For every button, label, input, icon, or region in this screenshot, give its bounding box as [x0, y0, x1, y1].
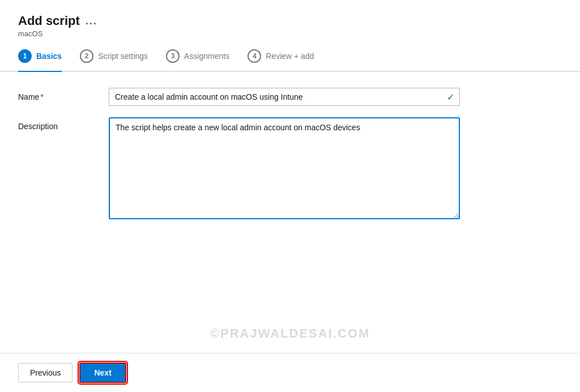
- footer: Previous Next: [0, 353, 580, 392]
- name-input[interactable]: [109, 88, 460, 106]
- page-subtitle: macOS: [18, 29, 562, 38]
- previous-button[interactable]: Previous: [18, 363, 72, 382]
- step-circle-3: 3: [166, 49, 180, 63]
- step-basics[interactable]: 1 Basics: [18, 49, 62, 71]
- name-field-container: ✓: [109, 88, 460, 106]
- description-input-wrapper: The script helps create a new local admi…: [109, 117, 460, 221]
- step-label-basics: Basics: [36, 52, 62, 61]
- step-circle-1: 1: [18, 49, 32, 63]
- description-row: Description The script helps create a ne…: [18, 117, 562, 221]
- step-label-assignments: Assignments: [184, 52, 229, 61]
- step-label-review-add: Review + add: [266, 52, 314, 61]
- required-star: *: [40, 92, 43, 101]
- step-review-add[interactable]: 4 Review + add: [248, 49, 314, 71]
- watermark: ©PRAJWALDESAI.COM: [210, 326, 370, 341]
- name-input-wrapper: ✓: [109, 88, 460, 106]
- name-row: Name* ✓: [18, 88, 562, 106]
- name-label: Name*: [18, 88, 109, 101]
- description-label: Description: [18, 117, 109, 131]
- panel-header: Add script ... macOS: [0, 0, 580, 38]
- page-title: Add script: [18, 14, 80, 28]
- form-area: Name* ✓ Description The script helps cre…: [0, 72, 580, 353]
- step-circle-4: 4: [248, 49, 261, 63]
- step-circle-2: 2: [80, 49, 93, 63]
- step-assignments[interactable]: 3 Assignments: [166, 49, 229, 71]
- step-script-settings[interactable]: 2 Script settings: [80, 49, 148, 71]
- next-button[interactable]: Next: [79, 363, 126, 383]
- title-dots: ...: [86, 15, 97, 27]
- step-label-script-settings: Script settings: [98, 52, 148, 61]
- valid-checkmark-icon: ✓: [447, 92, 454, 103]
- wizard-steps: 1 Basics 2 Script settings 3 Assignments…: [0, 38, 580, 72]
- description-textarea[interactable]: The script helps create a new local admi…: [109, 117, 460, 219]
